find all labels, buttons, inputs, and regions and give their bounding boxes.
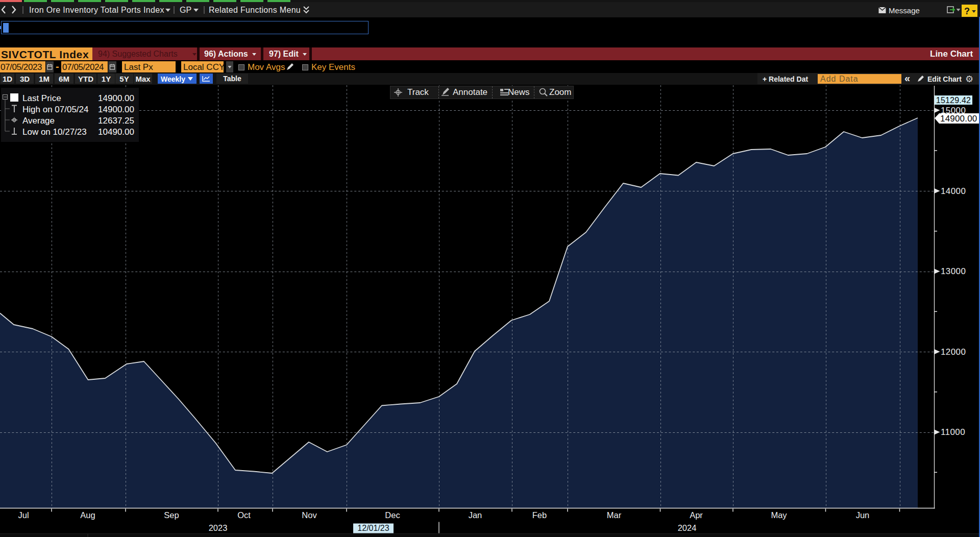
svg-text:Oct: Oct — [237, 510, 251, 520]
svg-text:12/01/23: 12/01/23 — [357, 524, 389, 532]
svg-text:Aug: Aug — [80, 510, 95, 520]
svg-text:Dec: Dec — [385, 510, 400, 520]
svg-text:Sep: Sep — [164, 510, 179, 520]
svg-text:Jul: Jul — [18, 510, 29, 520]
svg-text:Jun: Jun — [856, 510, 870, 520]
svg-text:2023: 2023 — [209, 523, 228, 532]
svg-text:Nov: Nov — [302, 510, 317, 520]
svg-text:14000: 14000 — [941, 186, 966, 196]
svg-text:11000: 11000 — [941, 427, 965, 437]
svg-text:May: May — [771, 510, 787, 520]
svg-text:Apr: Apr — [690, 510, 703, 520]
svg-text:Feb: Feb — [532, 510, 547, 520]
svg-text:Jan: Jan — [469, 510, 482, 520]
svg-text:Mar: Mar — [607, 510, 622, 520]
svg-text:12000: 12000 — [941, 347, 966, 357]
svg-text:2024: 2024 — [678, 523, 697, 532]
svg-text:13000: 13000 — [941, 266, 966, 276]
